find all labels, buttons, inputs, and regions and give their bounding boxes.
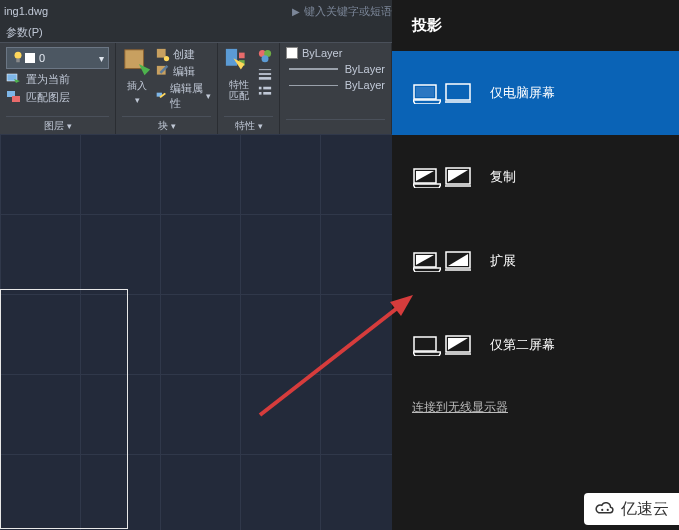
block-create[interactable]: 创建 [156, 47, 211, 62]
bylayer2-label: ByLayer [345, 63, 385, 75]
svg-rect-11 [239, 53, 245, 59]
svg-point-7 [164, 55, 169, 60]
extend-label: 扩展 [490, 252, 516, 270]
ribbon-layerprops-panel: ByLayer ByLayer ByLayer [280, 43, 392, 134]
svg-rect-22 [263, 92, 271, 95]
layer-set-current[interactable]: 置为当前 [6, 71, 70, 87]
extend-icon [412, 250, 472, 272]
windows-project-sidebar: 投影 仅电脑屏幕 复制 扩展 仅第二屏幕 连接到无线显示器 [392, 0, 679, 530]
svg-rect-1 [16, 59, 20, 63]
chevron-down-icon: ▾ [206, 91, 211, 101]
edit-attr-icon [156, 89, 167, 103]
bylayer-linetype[interactable]: ByLayer [286, 63, 385, 75]
list-icon[interactable] [258, 85, 272, 99]
search-caret-icon: ▶ [292, 6, 300, 17]
chevron-down-icon: ▾ [99, 53, 104, 64]
ribbon-layer-panel: 0 ▾ 置为当前 匹配图层 图层▾ [0, 43, 116, 134]
set-current-label: 置为当前 [26, 72, 70, 87]
menu-param[interactable]: 参数(P) [6, 25, 43, 40]
insert-label: 插入 [127, 79, 147, 93]
svg-rect-20 [263, 87, 271, 90]
svg-rect-19 [259, 87, 262, 90]
layer-color-swatch [25, 53, 35, 63]
cad-search[interactable]: ▶ 键入关键字或短语 [292, 4, 392, 19]
ribbon-block-panel: 插入 ▾ 创建 编辑 编辑属性 ▾ [116, 43, 218, 134]
project-option-duplicate[interactable]: 复制 [392, 135, 679, 219]
duplicate-label: 复制 [490, 168, 516, 186]
block-edit-attr[interactable]: 编辑属性 ▾ [156, 81, 211, 111]
match-props-label: 特性 匹配 [229, 79, 249, 101]
bylayer1-label: ByLayer [302, 47, 342, 59]
bylayer-lineweight[interactable]: ByLayer [286, 79, 385, 91]
search-placeholder: 键入关键字或短语 [304, 4, 392, 19]
svg-rect-6 [157, 48, 166, 57]
second-only-icon [412, 334, 472, 356]
set-current-icon [6, 71, 22, 87]
match-props-icon [224, 47, 254, 77]
edit-icon [156, 65, 170, 79]
project-option-extend[interactable]: 扩展 [392, 219, 679, 303]
pc-only-icon [412, 82, 472, 104]
chevron-down-icon: ▾ [135, 95, 140, 105]
cad-titlebar: ing1.dwg ▶ 键入关键字或短语 [0, 0, 392, 22]
project-option-pc-only[interactable]: 仅电脑屏幕 [392, 51, 679, 135]
block-edit[interactable]: 编辑 [156, 64, 211, 79]
layer-match[interactable]: 匹配图层 [6, 89, 70, 105]
svg-rect-25 [446, 84, 470, 100]
edit-label: 编辑 [173, 64, 195, 79]
layer-dropdown[interactable]: 0 ▾ [6, 47, 109, 69]
insert-icon [122, 47, 152, 77]
svg-rect-21 [259, 92, 262, 95]
match-layer-icon [6, 89, 22, 105]
color-icon[interactable] [258, 49, 272, 63]
svg-point-38 [601, 509, 603, 511]
match-layer-label: 匹配图层 [26, 90, 70, 105]
cad-file-name: ing1.dwg [4, 5, 48, 17]
block-panel-foot[interactable]: 块▾ [122, 116, 211, 133]
drawn-rectangle [0, 289, 128, 529]
insert-button[interactable]: 插入 ▾ [122, 47, 152, 105]
cad-ribbon: 0 ▾ 置为当前 匹配图层 图层▾ [0, 42, 392, 134]
cad-canvas[interactable] [0, 134, 392, 530]
layer-current-value: 0 [39, 52, 45, 64]
watermark-text: 亿速云 [621, 499, 669, 520]
match-props-button[interactable]: 特性 匹配 [224, 47, 254, 101]
layer-light-icon [11, 50, 25, 66]
layer-panel-foot[interactable]: 图层▾ [6, 116, 109, 133]
svg-rect-10 [226, 49, 237, 66]
duplicate-icon [412, 166, 472, 188]
svg-rect-24 [416, 87, 434, 97]
layerprops-panel-foot[interactable] [286, 119, 385, 133]
second-only-label: 仅第二屏幕 [490, 336, 555, 354]
project-option-second-only[interactable]: 仅第二屏幕 [392, 303, 679, 387]
props-panel-foot[interactable]: 特性▾ [224, 116, 273, 133]
svg-point-39 [607, 509, 609, 511]
bylayer-color[interactable]: ByLayer [286, 47, 385, 59]
project-title: 投影 [392, 0, 679, 51]
ribbon-props-panel: 特性 匹配 特性▾ [218, 43, 280, 134]
wireless-display-link[interactable]: 连接到无线显示器 [392, 387, 679, 428]
svg-rect-4 [12, 96, 20, 102]
edit-attr-label: 编辑属性 [170, 81, 203, 111]
svg-point-15 [262, 55, 269, 62]
cad-application: ing1.dwg ▶ 键入关键字或短语 参数(P) 0 ▾ [0, 0, 392, 530]
pc-only-label: 仅电脑屏幕 [490, 84, 555, 102]
cloud-icon [594, 498, 616, 520]
svg-point-0 [15, 52, 22, 59]
watermark: 亿速云 [584, 493, 679, 525]
lineweight-icon[interactable] [258, 67, 272, 81]
bylayer3-label: ByLayer [345, 79, 385, 91]
create-icon [156, 48, 170, 62]
cad-menubar: 参数(P) [0, 22, 392, 42]
svg-rect-33 [414, 337, 436, 351]
create-label: 创建 [173, 47, 195, 62]
